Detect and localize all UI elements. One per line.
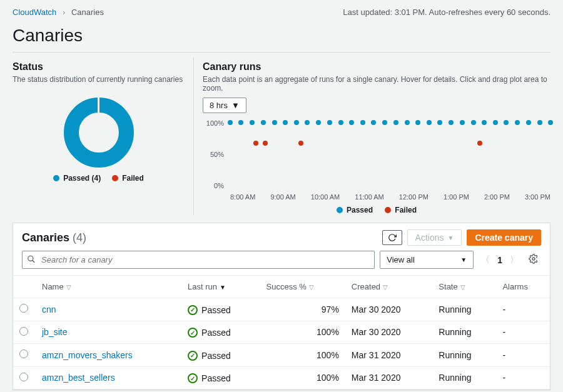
state-text: Running [432, 298, 496, 321]
chevron-right-icon: › [63, 8, 65, 17]
last-run-status: ✓Passed [188, 373, 231, 383]
runs-legend-passed: Passed [337, 206, 373, 214]
alarms-text: - [496, 321, 550, 344]
x-tick: 10:00 AM [311, 193, 340, 204]
data-point-passed[interactable] [449, 120, 454, 125]
created-date: Mar 31 2020 [345, 344, 433, 367]
success-pct: 100% [260, 344, 345, 367]
create-canary-button[interactable]: Create canary [467, 229, 541, 246]
x-tick: 1:00 PM [444, 193, 469, 204]
state-text: Running [432, 344, 496, 367]
row-select-radio[interactable] [19, 373, 28, 381]
row-select-radio[interactable] [19, 327, 28, 336]
canary-name-link[interactable]: amzn_best_sellers [42, 373, 115, 383]
data-point-passed[interactable] [338, 120, 343, 125]
caret-down-icon: ▼ [447, 234, 454, 241]
data-point-passed[interactable] [349, 120, 354, 125]
x-tick: 11:00 AM [355, 193, 383, 204]
time-range-select[interactable]: 8 hrs ▼ [203, 98, 246, 113]
y-axis: 100% 50% 0% [203, 117, 228, 192]
legend-passed: Passed (4) [53, 174, 101, 183]
x-tick: 8:00 AM [230, 193, 255, 204]
x-tick: 2:00 PM [484, 193, 510, 204]
data-point-passed[interactable] [360, 120, 365, 125]
col-last-run[interactable]: Last run▼ [181, 276, 260, 298]
last-updated-text: Last updated: 3:01 PM. Auto-refreshes ev… [343, 8, 550, 17]
legend-failed: Failed [112, 174, 144, 183]
page-number: 1 [497, 255, 502, 265]
canary-name-link[interactable]: amzn_movers_shakers [42, 350, 133, 360]
runs-heading: Canary runs [203, 61, 550, 73]
data-point-passed[interactable] [515, 120, 520, 125]
gear-icon [529, 254, 539, 264]
data-point-passed[interactable] [305, 120, 310, 125]
col-name[interactable]: Name▽ [36, 276, 181, 298]
prev-page-button[interactable]: 〈 [479, 252, 492, 268]
data-point-passed[interactable] [371, 120, 376, 125]
check-circle-icon: ✓ [188, 305, 198, 315]
col-state[interactable]: State▽ [432, 276, 496, 298]
col-success[interactable]: Success %▽ [260, 276, 345, 298]
data-point-passed[interactable] [238, 120, 243, 125]
data-point-failed[interactable] [477, 141, 482, 146]
data-point-passed[interactable] [526, 120, 531, 125]
row-select-radio[interactable] [19, 304, 28, 313]
col-alarms[interactable]: Alarms [496, 276, 550, 298]
data-point-passed[interactable] [504, 120, 509, 125]
actions-button[interactable]: Actions ▼ [407, 229, 462, 246]
breadcrumb: CloudWatch › Canaries [13, 8, 104, 17]
data-point-passed[interactable] [294, 120, 299, 125]
canary-name-link[interactable]: jb_site [42, 327, 67, 337]
data-point-passed[interactable] [283, 120, 288, 125]
table-heading: Canaries (4) [22, 231, 86, 244]
data-point-passed[interactable] [393, 120, 398, 125]
data-point-failed[interactable] [263, 141, 268, 146]
data-point-passed[interactable] [460, 120, 465, 125]
data-point-passed[interactable] [316, 120, 321, 125]
canaries-table-card: Canaries (4) Actions ▼ Create canary [13, 223, 550, 390]
data-point-passed[interactable] [471, 120, 476, 125]
search-input[interactable] [22, 251, 375, 269]
row-select-radio[interactable] [19, 349, 28, 358]
runs-scatter-chart[interactable]: 100% 50% 0% 8:00 AM9:00 AM10:00 AM11:00 … [203, 117, 550, 204]
data-point-failed[interactable] [253, 141, 258, 146]
data-point-passed[interactable] [382, 120, 387, 125]
breadcrumb-root[interactable]: CloudWatch [13, 8, 56, 17]
svg-point-2 [28, 256, 33, 261]
refresh-icon [388, 233, 397, 242]
col-created[interactable]: Created▽ [345, 276, 433, 298]
refresh-button[interactable] [382, 230, 402, 245]
table-row: cnn✓Passed97%Mar 30 2020Running- [13, 298, 550, 321]
alarms-text: - [496, 366, 550, 389]
status-donut-chart[interactable] [13, 89, 185, 174]
data-point-failed[interactable] [298, 141, 303, 146]
data-point-passed[interactable] [493, 120, 498, 125]
data-point-passed[interactable] [415, 120, 420, 125]
data-point-passed[interactable] [548, 120, 553, 125]
data-point-passed[interactable] [427, 120, 432, 125]
data-point-passed[interactable] [261, 120, 266, 125]
data-point-passed[interactable] [405, 120, 410, 125]
data-point-passed[interactable] [327, 120, 332, 125]
alarms-text: - [496, 298, 550, 321]
last-run-status: ✓Passed [188, 351, 231, 361]
created-date: Mar 31 2020 [345, 366, 433, 389]
check-circle-icon: ✓ [188, 373, 198, 383]
data-point-passed[interactable] [272, 120, 277, 125]
last-run-status: ✓Passed [188, 328, 231, 338]
next-page-button[interactable]: 〉 [507, 252, 521, 268]
state-text: Running [432, 321, 496, 344]
pager: 〈 1 〉 [479, 252, 521, 268]
alarms-text: - [496, 344, 550, 367]
data-point-passed[interactable] [482, 120, 487, 125]
x-tick: 3:00 PM [525, 193, 550, 204]
canary-name-link[interactable]: cnn [42, 304, 56, 314]
data-point-passed[interactable] [228, 120, 233, 125]
check-circle-icon: ✓ [188, 351, 198, 361]
view-filter-select[interactable]: View all ▼ [380, 251, 474, 269]
settings-button[interactable] [526, 251, 541, 268]
data-point-passed[interactable] [537, 120, 542, 125]
data-point-passed[interactable] [437, 120, 442, 125]
created-date: Mar 30 2020 [345, 321, 433, 344]
data-point-passed[interactable] [250, 120, 255, 125]
